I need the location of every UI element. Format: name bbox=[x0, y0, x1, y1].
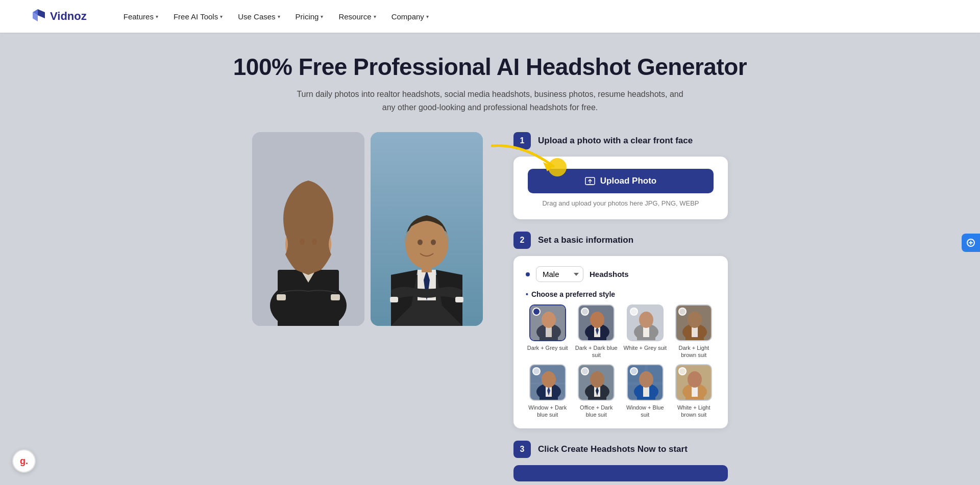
chevron-down-icon: ▾ bbox=[156, 14, 158, 19]
svg-rect-30 bbox=[546, 327, 552, 337]
step1-header: 1 Upload a photo with a clear front face bbox=[513, 132, 728, 149]
step1-title: Upload a photo with a clear front face bbox=[538, 136, 693, 146]
svg-point-42 bbox=[639, 312, 653, 328]
style-label-0: Dark + Grey suit bbox=[527, 344, 568, 351]
style-thumb-6 bbox=[627, 364, 664, 401]
logo-text: Vidnoz bbox=[50, 10, 87, 23]
logo[interactable]: Vidnoz bbox=[31, 8, 87, 24]
chevron-down-icon: ▾ bbox=[321, 14, 323, 19]
svg-point-19 bbox=[431, 240, 436, 245]
chevron-down-icon: ▾ bbox=[220, 14, 223, 19]
svg-point-68 bbox=[639, 371, 653, 388]
logo-icon bbox=[31, 8, 47, 24]
side-widget[interactable] bbox=[962, 234, 980, 252]
svg-rect-20 bbox=[390, 297, 398, 302]
chevron-down-icon: ▾ bbox=[426, 14, 429, 19]
svg-point-47 bbox=[688, 312, 702, 328]
style-item-4[interactable]: Window + Dark blue suit bbox=[526, 364, 570, 419]
style-thumb-4 bbox=[529, 364, 566, 401]
nav-item-use-cases[interactable]: Use Cases ▾ bbox=[232, 8, 286, 25]
style-thumb-3 bbox=[675, 304, 712, 341]
create-headshots-button[interactable] bbox=[513, 465, 728, 481]
chevron-down-icon: ▾ bbox=[374, 14, 376, 19]
bullet-dot: • bbox=[526, 290, 528, 298]
step3-block: 3 Click Create Headshots Now to start bbox=[513, 441, 728, 481]
svg-point-37 bbox=[590, 312, 604, 328]
style-label-5: Office + Dark blue suit bbox=[575, 404, 619, 419]
main-content: 100% Free Professional AI Headshot Gener… bbox=[0, 33, 980, 485]
svg-rect-67 bbox=[643, 387, 649, 397]
content-row: 1 Upload a photo with a clear front face bbox=[158, 132, 822, 485]
svg-point-7 bbox=[312, 239, 317, 245]
style-item-3[interactable]: Dark + Light brown suit bbox=[672, 304, 716, 359]
svg-point-31 bbox=[542, 312, 556, 328]
step3-title: Click Create Headshots Now to start bbox=[538, 444, 688, 454]
style-thumb-7 bbox=[675, 364, 712, 401]
svg-point-61 bbox=[590, 371, 604, 388]
radio-4 bbox=[532, 367, 541, 375]
style-grid: Dark + Grey suit bbox=[526, 304, 716, 418]
right-panel: 1 Upload a photo with a clear front face bbox=[513, 132, 728, 485]
style-item-6[interactable]: Window + Blue suit bbox=[623, 364, 667, 419]
style-label-4: Window + Dark blue suit bbox=[526, 404, 570, 419]
svg-point-73 bbox=[688, 371, 702, 388]
svg-rect-46 bbox=[692, 327, 698, 337]
side-widget-icon bbox=[966, 238, 975, 247]
style-thumb-0 bbox=[529, 304, 566, 341]
step2-header: 2 Set a basic information bbox=[513, 232, 728, 249]
gender-row: Male Female Headshots bbox=[526, 266, 716, 282]
upload-photo-button[interactable]: Upload Photo bbox=[528, 169, 714, 193]
nav-item-pricing[interactable]: Pricing ▾ bbox=[289, 8, 330, 25]
radio-7 bbox=[678, 367, 687, 375]
nav-links: Features ▾ Free AI Tools ▾ Use Cases ▾ P… bbox=[117, 8, 435, 25]
woman-silhouette bbox=[252, 132, 364, 326]
upload-icon bbox=[585, 176, 595, 186]
style-label-6: Window + Blue suit bbox=[623, 404, 667, 419]
style-label-3: Dark + Light brown suit bbox=[672, 344, 716, 359]
style-item-5[interactable]: Office + Dark blue suit bbox=[575, 364, 619, 419]
svg-rect-21 bbox=[455, 297, 463, 302]
grammarly-button[interactable]: g. bbox=[12, 449, 36, 473]
grammarly-label: g. bbox=[20, 456, 28, 467]
nav-item-free-ai-tools[interactable]: Free AI Tools ▾ bbox=[167, 8, 229, 25]
hero-subtitle: Turn daily photos into realtor headshots… bbox=[296, 88, 684, 114]
photo-man bbox=[371, 132, 483, 326]
step2-title: Set a basic information bbox=[538, 235, 633, 245]
svg-rect-8 bbox=[277, 294, 286, 300]
step3-header: 3 Click Create Headshots Now to start bbox=[513, 441, 728, 458]
headshots-label: Headshots bbox=[590, 270, 629, 278]
style-thumb-1 bbox=[578, 304, 615, 341]
svg-point-17 bbox=[405, 220, 448, 269]
nav-item-resource[interactable]: Resource ▾ bbox=[332, 8, 382, 25]
info-card: Male Female Headshots • Choose a preferr… bbox=[513, 256, 728, 428]
step2-badge: 2 bbox=[513, 232, 531, 249]
nav-item-features[interactable]: Features ▾ bbox=[117, 8, 164, 25]
navbar: Vidnoz Features ▾ Free AI Tools ▾ Use Ca… bbox=[0, 0, 980, 33]
svg-rect-9 bbox=[331, 294, 340, 300]
upload-area: Upload Photo Drag and upload your photos… bbox=[513, 157, 728, 219]
style-item-0[interactable]: Dark + Grey suit bbox=[526, 304, 570, 359]
nav-item-company[interactable]: Company ▾ bbox=[385, 8, 435, 25]
style-label-7: White + Light brown suit bbox=[672, 404, 716, 419]
style-thumb-5 bbox=[578, 364, 615, 401]
hero-title: 100% Free Professional AI Headshot Gener… bbox=[233, 53, 747, 81]
style-thumb-2 bbox=[627, 304, 664, 341]
svg-point-18 bbox=[418, 240, 423, 245]
photo-examples bbox=[252, 132, 483, 326]
style-label-1: Dark + Dark blue suit bbox=[575, 344, 619, 359]
gender-select[interactable]: Male Female bbox=[536, 266, 583, 282]
radio-5 bbox=[581, 367, 589, 375]
upload-btn-row: Upload Photo bbox=[528, 169, 714, 193]
style-item-2[interactable]: White + Grey suit bbox=[623, 304, 667, 359]
photo-woman bbox=[252, 132, 364, 326]
step3-badge: 3 bbox=[513, 441, 531, 458]
step2-block: 2 Set a basic information Male Female He… bbox=[513, 232, 728, 428]
man-silhouette bbox=[371, 132, 483, 326]
style-item-7[interactable]: White + Light brown suit bbox=[672, 364, 716, 419]
upload-hint: Drag and upload your photos here JPG, PN… bbox=[528, 199, 714, 207]
chevron-down-icon: ▾ bbox=[278, 14, 280, 19]
radio-6 bbox=[630, 367, 638, 375]
svg-rect-72 bbox=[692, 387, 698, 397]
svg-rect-41 bbox=[643, 327, 649, 337]
style-item-1[interactable]: Dark + Dark blue suit bbox=[575, 304, 619, 359]
